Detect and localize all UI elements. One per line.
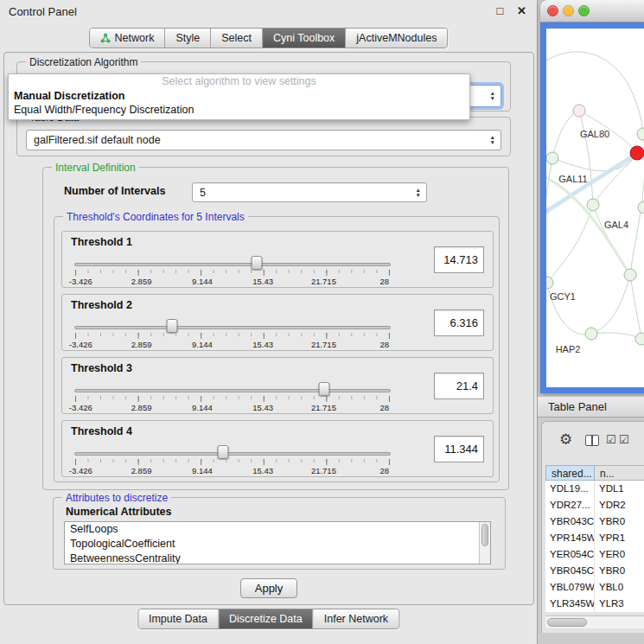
slider-track[interactable] bbox=[74, 452, 391, 456]
threshold-2-value[interactable]: 6.316 bbox=[434, 309, 484, 336]
slider-thumb[interactable] bbox=[167, 319, 178, 333]
table-row[interactable]: YBL079WYBL0 bbox=[545, 579, 644, 596]
slider-track[interactable] bbox=[74, 263, 391, 266]
threshold-3-slider[interactable]: -3.4262.8599.14415.4321.71528 bbox=[74, 381, 391, 412]
table-cell[interactable]: YBR045C bbox=[545, 563, 595, 579]
threshold-3-value[interactable]: 21.4 bbox=[434, 373, 484, 399]
zoom-traffic-light-icon[interactable] bbox=[578, 5, 590, 16]
table-cell[interactable]: YBR043C bbox=[545, 513, 595, 530]
table-cell[interactable]: YBL0 bbox=[595, 579, 644, 596]
list-item[interactable]: TopologicalCoefficient bbox=[65, 537, 490, 552]
network-node[interactable] bbox=[630, 146, 644, 160]
network-node[interactable] bbox=[624, 269, 636, 281]
tab-infer-network[interactable]: Infer Network bbox=[314, 609, 399, 628]
column-header-name[interactable]: n... bbox=[595, 465, 644, 481]
network-node[interactable] bbox=[573, 105, 585, 117]
tab-network[interactable]: Network bbox=[90, 29, 166, 48]
table-cell[interactable]: YLR3 bbox=[595, 596, 644, 612]
tab-jactivemnodules[interactable]: jActiveMNodules bbox=[346, 29, 447, 48]
network-node[interactable] bbox=[546, 277, 553, 289]
threshold-1-slider[interactable]: -3.4262.8599.14415.4321.71528 bbox=[74, 255, 391, 286]
combo-stepper-icon[interactable]: ▲ ▼ bbox=[490, 91, 495, 101]
gear-icon[interactable]: ⚙ bbox=[559, 430, 572, 449]
columns-icon[interactable] bbox=[585, 435, 599, 446]
scrollbar-thumb[interactable] bbox=[547, 618, 587, 627]
slider-ticks bbox=[75, 396, 390, 402]
list-item[interactable]: SelfLoops bbox=[65, 522, 490, 537]
column-header-shared-name[interactable]: shared... bbox=[545, 465, 595, 481]
table-cell[interactable]: YDR27... bbox=[545, 497, 595, 513]
tab-impute-data[interactable]: Impute Data bbox=[138, 609, 219, 628]
tab-cyni-toolbox[interactable]: Cyni Toolbox bbox=[263, 29, 346, 48]
list-item[interactable]: BetweennessCentrality bbox=[65, 552, 490, 564]
combo-stepper-icon[interactable]: ▲ ▼ bbox=[416, 188, 421, 198]
table-row[interactable]: YBR043CYBR0 bbox=[545, 513, 644, 530]
network-edge bbox=[546, 52, 643, 132]
select-all-checkbox-icon[interactable]: ☑ bbox=[606, 433, 616, 446]
network-node[interactable] bbox=[585, 328, 597, 340]
table-horizontal-scrollbar[interactable] bbox=[545, 615, 644, 628]
slider-scale-label: 2.859 bbox=[131, 340, 152, 349]
dropdown-option-equal-width[interactable]: Equal Width/Frequency Discretization bbox=[9, 103, 469, 117]
threshold-4-value[interactable]: 11.344 bbox=[434, 436, 484, 462]
table-row[interactable]: YLR345WYLR3 bbox=[545, 596, 644, 612]
threshold-2-slider[interactable]: -3.4262.8599.14415.4321.71528 bbox=[74, 318, 391, 349]
number-of-intervals-combobox[interactable]: 5 ▲ ▼ bbox=[192, 182, 427, 202]
table-row[interactable]: YDL19...YDL1 bbox=[545, 481, 644, 497]
network-canvas[interactable]: GAL80GAL11GAL4GCY1HAP2 bbox=[546, 29, 644, 387]
slider-thumb[interactable] bbox=[319, 382, 330, 396]
slider-scale-label: 21.715 bbox=[311, 403, 336, 412]
control-panel-header: Control Panel □ ✕ bbox=[0, 0, 537, 24]
network-window-titlebar[interactable] bbox=[540, 0, 644, 22]
table-cell[interactable]: YPR1 bbox=[595, 530, 644, 546]
network-node[interactable] bbox=[635, 333, 644, 345]
select-none-checkbox-icon[interactable]: ☑ bbox=[619, 433, 629, 446]
scrollbar-thumb[interactable] bbox=[481, 524, 488, 546]
table-data-combobox[interactable]: galFiltered.sif default node ▲ ▼ bbox=[26, 130, 501, 150]
tab-style[interactable]: Style bbox=[165, 29, 211, 48]
network-node[interactable] bbox=[546, 152, 558, 164]
slider-track[interactable] bbox=[74, 326, 391, 329]
table-cell[interactable]: YDL1 bbox=[595, 481, 644, 497]
network-node[interactable] bbox=[587, 199, 599, 211]
table-cell[interactable]: YBR0 bbox=[595, 513, 644, 530]
table-row[interactable]: YER054CYER0 bbox=[545, 546, 644, 563]
network-view-window: GAL80GAL11GAL4GCY1HAP2 bbox=[540, 0, 644, 393]
dropdown-option-manual-discretization[interactable]: Manual Discretization bbox=[9, 89, 469, 103]
combo-stepper-icon[interactable]: ▲ ▼ bbox=[490, 135, 495, 145]
tab-discretize-data[interactable]: Discretize Data bbox=[219, 609, 314, 628]
slider-track[interactable] bbox=[74, 389, 391, 392]
network-node[interactable] bbox=[638, 201, 644, 214]
table-cell[interactable]: YDR2 bbox=[595, 497, 644, 513]
table-panel-header: Table Panel bbox=[538, 396, 644, 418]
table-cell[interactable]: YBR0 bbox=[595, 563, 644, 579]
table-cell[interactable]: YLR345W bbox=[545, 596, 595, 612]
close-panel-icon[interactable]: ✕ bbox=[517, 4, 526, 17]
slider-thumb[interactable] bbox=[218, 445, 229, 459]
tab-label: Cyni Toolbox bbox=[273, 32, 335, 44]
network-node[interactable] bbox=[637, 128, 644, 140]
close-traffic-light-icon[interactable] bbox=[547, 5, 558, 16]
table-row[interactable]: YPR145WYPR1 bbox=[545, 530, 644, 546]
table-cell[interactable]: YPR145W bbox=[545, 530, 595, 546]
minimize-traffic-light-icon[interactable] bbox=[563, 5, 574, 16]
table-row[interactable]: YBR045CYBR0 bbox=[545, 563, 644, 579]
table-cell[interactable]: YDL19... bbox=[545, 481, 595, 497]
network-edge bbox=[548, 205, 593, 282]
slider-thumb[interactable] bbox=[252, 256, 263, 270]
list-vertical-scrollbar[interactable] bbox=[479, 522, 490, 564]
table-cell[interactable]: YER0 bbox=[595, 546, 644, 563]
table-body[interactable]: YDL19...YDL1YDR27...YDR2YBR043CYBR0YPR14… bbox=[545, 481, 644, 612]
tab-select[interactable]: Select bbox=[211, 29, 263, 48]
apply-button[interactable]: Apply bbox=[240, 578, 297, 598]
table-cell[interactable]: YBL079W bbox=[545, 579, 595, 596]
float-panel-icon[interactable]: □ bbox=[497, 4, 504, 17]
network-node-label: GAL80 bbox=[580, 129, 609, 139]
slider-scale-label: 15.43 bbox=[252, 277, 273, 286]
thresholds-group: Threshold's Coordinates for 5 Intervals … bbox=[54, 216, 500, 482]
threshold-1-value[interactable]: 14.713 bbox=[434, 246, 484, 273]
table-cell[interactable]: YER054C bbox=[545, 546, 595, 563]
numerical-attributes-list[interactable]: SelfLoops TopologicalCoefficient Between… bbox=[64, 521, 491, 564]
table-row[interactable]: YDR27...YDR2 bbox=[545, 497, 644, 513]
threshold-4-slider[interactable]: -3.4262.8599.14415.4321.71528 bbox=[74, 444, 391, 475]
